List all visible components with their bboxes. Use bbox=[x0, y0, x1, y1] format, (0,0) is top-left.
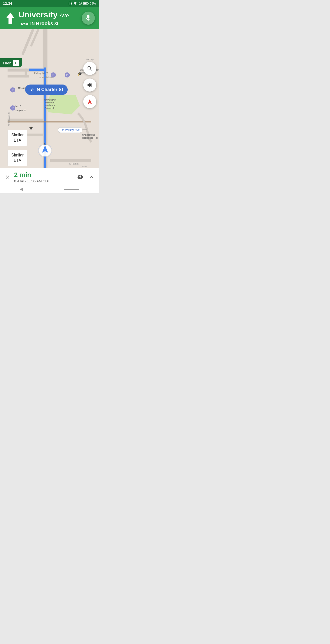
svg-text:Parking Lot 22: Parking Lot 22 bbox=[34, 72, 48, 74]
eta-arrival: 11:36 AM CDT bbox=[27, 179, 50, 183]
expand-button[interactable] bbox=[88, 174, 95, 181]
charter-street-label: N Charter St bbox=[25, 85, 68, 95]
close-icon bbox=[5, 174, 10, 180]
alarm-icon bbox=[78, 2, 82, 6]
eta-distance: 0.4 mi bbox=[14, 179, 24, 183]
svg-rect-16 bbox=[25, 69, 27, 78]
street-suffix: Ave bbox=[60, 12, 69, 19]
svg-rect-7 bbox=[87, 15, 90, 19]
sound-button[interactable] bbox=[83, 78, 96, 92]
svg-text:Geor: Geor bbox=[82, 165, 87, 168]
vibrate-icon bbox=[68, 2, 72, 6]
svg-text:N Park St: N Park St bbox=[69, 163, 79, 165]
toward-suffix: St bbox=[53, 22, 58, 26]
system-nav-bar bbox=[0, 186, 99, 193]
close-navigation-button[interactable] bbox=[4, 174, 11, 181]
svg-rect-14 bbox=[29, 69, 44, 71]
svg-text:Lot 13: Lot 13 bbox=[15, 105, 21, 107]
nav-instruction: University Ave toward N Brooks St bbox=[19, 10, 82, 27]
svg-text:Botanical...: Botanical... bbox=[45, 107, 56, 109]
svg-rect-5 bbox=[84, 3, 87, 5]
wifi-icon bbox=[73, 2, 77, 6]
toward-prefix: toward N bbox=[19, 22, 36, 26]
svg-text:W Johnson St: W Johnson St bbox=[8, 112, 10, 126]
left-turn-icon bbox=[14, 61, 18, 65]
bottom-actions bbox=[77, 174, 95, 181]
up-arrow-icon bbox=[6, 13, 15, 24]
svg-text:P: P bbox=[12, 107, 14, 109]
status-icons: 69% bbox=[68, 2, 96, 6]
nav-toward-line: toward N Brooks St bbox=[19, 20, 82, 27]
eta-info: 2 min 0.4 mi • 11:36 AM CDT bbox=[14, 171, 77, 183]
similar-eta-2[interactable]: SimilarETA bbox=[8, 150, 27, 166]
location-icon bbox=[87, 99, 93, 105]
univ-ave-text: University Ave bbox=[61, 128, 80, 132]
charter-street-name: N Charter St bbox=[37, 87, 63, 92]
alternative-routes-button[interactable] bbox=[77, 174, 84, 181]
svg-text:🎓: 🎓 bbox=[29, 126, 33, 130]
then-turn-arrow bbox=[13, 60, 19, 66]
then-label: Then bbox=[3, 61, 12, 65]
similar-eta-1[interactable]: SimilarETA bbox=[8, 130, 27, 146]
mic-icon bbox=[86, 15, 91, 22]
eta-minutes: 2 min bbox=[14, 171, 31, 179]
svg-rect-22 bbox=[50, 159, 91, 162]
then-turn-indicator: Then bbox=[0, 58, 22, 67]
svg-text:Wisconsin -: Wisconsin - bbox=[45, 101, 56, 104]
my-location-button[interactable] bbox=[83, 95, 96, 108]
routes-icon bbox=[77, 174, 84, 181]
status-time: 12:34 bbox=[3, 2, 12, 6]
similar-eta-2-text: SimilarETA bbox=[11, 153, 24, 163]
svg-marker-57 bbox=[88, 99, 92, 104]
similar-eta-1-text: SimilarETA bbox=[11, 133, 24, 142]
nav-street-line: University Ave bbox=[19, 10, 82, 20]
svg-rect-4 bbox=[88, 3, 89, 4]
eta-separator: • bbox=[25, 179, 27, 183]
svg-rect-2 bbox=[69, 2, 71, 5]
svg-text:rking Lot 56: rking Lot 56 bbox=[15, 109, 26, 112]
svg-text:P: P bbox=[66, 74, 68, 76]
svg-text:Residence Hall: Residence Hall bbox=[82, 137, 98, 139]
street-name-bold: University bbox=[19, 10, 58, 19]
nav-header: University Ave toward N Brooks St bbox=[0, 7, 99, 29]
status-bar: 12:34 69% bbox=[0, 0, 99, 7]
svg-rect-1 bbox=[71, 3, 72, 5]
search-icon bbox=[87, 65, 93, 71]
svg-text:N Randall Ave: N Randall Ave bbox=[39, 76, 53, 79]
mic-button[interactable] bbox=[82, 12, 95, 25]
search-button[interactable] bbox=[83, 62, 96, 75]
sound-icon bbox=[87, 82, 93, 88]
svg-rect-19 bbox=[8, 119, 43, 121]
svg-rect-9 bbox=[87, 21, 90, 21]
svg-text:Chadbourne: Chadbourne bbox=[82, 134, 95, 136]
battery-percent: 69% bbox=[90, 2, 96, 5]
back-button[interactable] bbox=[20, 187, 23, 191]
chevron-up-icon bbox=[88, 174, 94, 180]
bottom-bar: 2 min 0.4 mi • 11:36 AM CDT bbox=[0, 168, 99, 186]
svg-text:P: P bbox=[12, 89, 14, 92]
turn-left-icon bbox=[30, 87, 35, 92]
eta-details: 0.4 mi • 11:36 AM CDT bbox=[14, 179, 77, 183]
svg-text:Parking: Parking bbox=[86, 58, 94, 61]
eta-time: 2 min bbox=[14, 171, 77, 179]
university-ave-map-label: University Ave bbox=[58, 127, 82, 133]
toward-name-bold: Brooks bbox=[36, 21, 53, 26]
battery-icon bbox=[83, 2, 89, 6]
svg-text:University of: University of bbox=[44, 99, 56, 101]
svg-marker-6 bbox=[6, 13, 15, 24]
map-area[interactable]: University P P P P 🎓 🎓 University of Wis… bbox=[0, 29, 99, 168]
direction-arrow-up bbox=[4, 12, 17, 24]
home-pill[interactable] bbox=[64, 189, 79, 190]
svg-text:Madison's: Madison's bbox=[46, 104, 55, 107]
svg-rect-21 bbox=[8, 121, 91, 123]
svg-rect-0 bbox=[69, 3, 69, 5]
